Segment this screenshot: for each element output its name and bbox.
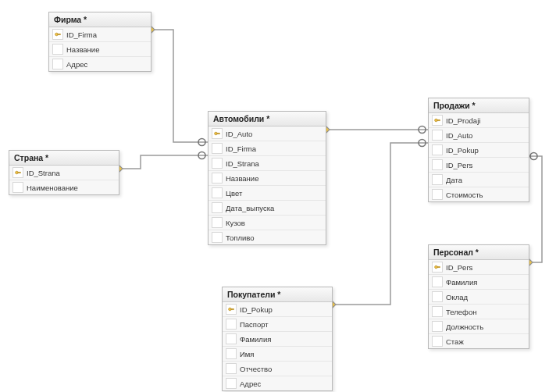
key-icon — [12, 167, 23, 178]
blank-icon — [226, 378, 237, 389]
blank-icon — [52, 59, 63, 69]
field-row: ID_Prodaji — [429, 113, 529, 128]
erd-canvas: Фирма * ID_Firma Название Адрес Страна *… — [0, 0, 556, 392]
field-label: Адрес — [66, 60, 87, 69]
field-row: ID_Strana — [208, 156, 326, 171]
entity-pokupateli[interactable]: Покупатели * ID_Pokup Паспорт Фамилия Им… — [222, 287, 333, 391]
key-icon — [52, 29, 63, 40]
field-label: Паспорт — [240, 320, 269, 329]
field-row: Стаж — [429, 334, 529, 348]
blank-icon — [432, 130, 443, 141]
entity-title: Персонал * — [429, 245, 529, 260]
blank-icon — [432, 189, 443, 200]
blank-icon — [212, 173, 223, 184]
key-icon — [212, 128, 223, 139]
field-label: Цвет — [226, 189, 242, 198]
field-row: Цвет — [208, 186, 326, 201]
field-label: Имя — [240, 350, 255, 358]
field-row: Дата — [429, 173, 529, 187]
blank-icon — [432, 336, 443, 347]
blank-icon — [212, 187, 223, 198]
entity-personal[interactable]: Персонал * ID_Pers Фамилия Оклад Телефон… — [428, 244, 529, 349]
field-label: ID_Pokup — [240, 305, 273, 314]
blank-icon — [212, 202, 223, 213]
entity-avtomobili[interactable]: Автомобили * ID_Auto ID_Firma ID_Strana … — [208, 111, 326, 245]
field-label: Адрес — [240, 380, 261, 388]
field-label: ID_Prodaji — [446, 116, 480, 125]
field-row: Адрес — [223, 376, 332, 390]
blank-icon — [12, 182, 23, 193]
field-row: Фамилия — [429, 275, 529, 290]
field-row: ID_Firma — [208, 141, 326, 156]
entity-prodaji[interactable]: Продажи * ID_Prodaji ID_Auto ID_Pokup ID… — [428, 98, 529, 202]
field-row: ID_Strana — [9, 166, 119, 180]
entity-title: Продажи * — [429, 98, 529, 113]
blank-icon — [432, 144, 443, 155]
field-row: Паспорт — [223, 317, 332, 332]
blank-icon — [212, 217, 223, 228]
field-label: Дата_выпуска — [226, 204, 274, 212]
field-label: Телефон — [446, 308, 476, 316]
blank-icon — [212, 143, 223, 154]
field-row: Наименование — [9, 180, 119, 194]
field-row: Название — [49, 42, 151, 57]
blank-icon — [226, 333, 237, 344]
key-icon — [226, 304, 237, 315]
svg-rect-9 — [437, 266, 440, 267]
blank-icon — [226, 319, 237, 330]
field-label: Название — [66, 45, 99, 54]
field-row: ID_Auto — [429, 128, 529, 143]
svg-rect-5 — [217, 133, 219, 134]
field-label: Отчество — [240, 365, 272, 373]
field-row: ID_Firma — [49, 27, 151, 42]
field-label: ID_Strana — [226, 159, 259, 168]
field-row: Название — [208, 171, 326, 186]
field-row: ID_Pers — [429, 158, 529, 173]
field-label: ID_Pokup — [446, 146, 479, 155]
field-label: ID_Strana — [27, 169, 60, 177]
field-label: Стаж — [446, 337, 464, 346]
field-label: ID_Auto — [226, 130, 252, 138]
blank-icon — [432, 306, 443, 317]
blank-icon — [52, 44, 63, 55]
field-row: Стоимость — [429, 187, 529, 201]
field-row: ID_Pokup — [223, 302, 332, 317]
entity-title: Автомобили * — [208, 112, 326, 127]
field-row: ID_Pers — [429, 260, 529, 275]
field-row: Топливо — [208, 230, 326, 244]
field-label: ID_Firma — [226, 144, 256, 153]
field-row: Должность — [429, 319, 529, 334]
blank-icon — [432, 159, 443, 170]
field-label: Топливо — [226, 233, 255, 242]
field-row: Адрес — [49, 57, 151, 71]
field-row: ID_Pokup — [429, 143, 529, 158]
field-label: ID_Auto — [446, 131, 472, 140]
svg-rect-3 — [18, 172, 20, 173]
key-icon — [432, 262, 443, 273]
field-row: Дата_выпуска — [208, 201, 326, 216]
field-label: Фамилия — [446, 278, 477, 287]
field-label: ID_Pers — [446, 161, 472, 169]
blank-icon — [432, 174, 443, 185]
svg-rect-1 — [58, 34, 60, 34]
field-label: Название — [226, 174, 258, 183]
field-label: Дата — [446, 176, 462, 184]
blank-icon — [212, 158, 223, 169]
entity-strana[interactable]: Страна * ID_Strana Наименование — [9, 150, 119, 195]
entity-title: Страна * — [9, 151, 119, 166]
blank-icon — [432, 321, 443, 332]
svg-rect-11 — [231, 308, 233, 309]
field-row: ID_Auto — [208, 127, 326, 141]
field-row: Имя — [223, 347, 332, 362]
blank-icon — [432, 291, 443, 302]
svg-rect-7 — [437, 119, 440, 120]
blank-icon — [226, 363, 237, 374]
entity-firma[interactable]: Фирма * ID_Firma Название Адрес — [48, 12, 151, 72]
field-label: Оклад — [446, 293, 468, 301]
key-icon — [432, 115, 443, 126]
field-label: ID_Pers — [446, 263, 472, 272]
blank-icon — [226, 348, 237, 359]
field-label: Наименование — [27, 184, 78, 192]
field-label: Фамилия — [240, 335, 271, 344]
field-label: Стоимость — [446, 191, 483, 199]
